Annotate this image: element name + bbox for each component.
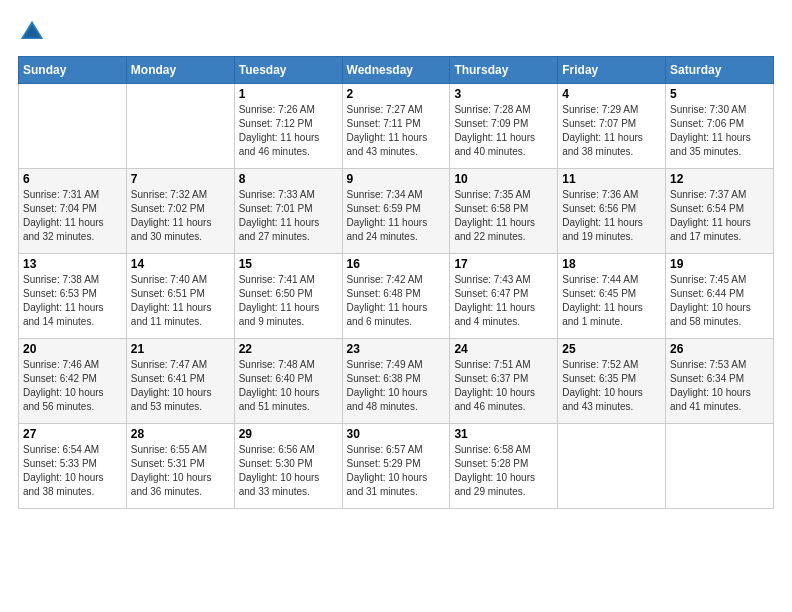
day-number: 2 [347, 87, 446, 101]
day-content: Sunrise: 7:35 AM Sunset: 6:58 PM Dayligh… [454, 188, 553, 244]
header-day-tuesday: Tuesday [234, 57, 342, 84]
day-number: 14 [131, 257, 230, 271]
day-content: Sunrise: 7:46 AM Sunset: 6:42 PM Dayligh… [23, 358, 122, 414]
calendar-cell: 18Sunrise: 7:44 AM Sunset: 6:45 PM Dayli… [558, 254, 666, 339]
calendar-cell: 8Sunrise: 7:33 AM Sunset: 7:01 PM Daylig… [234, 169, 342, 254]
day-number: 20 [23, 342, 122, 356]
calendar-cell: 21Sunrise: 7:47 AM Sunset: 6:41 PM Dayli… [126, 339, 234, 424]
day-content: Sunrise: 7:44 AM Sunset: 6:45 PM Dayligh… [562, 273, 661, 329]
day-number: 24 [454, 342, 553, 356]
day-number: 19 [670, 257, 769, 271]
week-row-5: 27Sunrise: 6:54 AM Sunset: 5:33 PM Dayli… [19, 424, 774, 509]
calendar-cell: 4Sunrise: 7:29 AM Sunset: 7:07 PM Daylig… [558, 84, 666, 169]
day-content: Sunrise: 7:45 AM Sunset: 6:44 PM Dayligh… [670, 273, 769, 329]
day-number: 23 [347, 342, 446, 356]
calendar-cell: 27Sunrise: 6:54 AM Sunset: 5:33 PM Dayli… [19, 424, 127, 509]
header [18, 18, 774, 46]
day-number: 16 [347, 257, 446, 271]
calendar-cell [666, 424, 774, 509]
header-day-friday: Friday [558, 57, 666, 84]
calendar-cell: 22Sunrise: 7:48 AM Sunset: 6:40 PM Dayli… [234, 339, 342, 424]
calendar-table: SundayMondayTuesdayWednesdayThursdayFrid… [18, 56, 774, 509]
calendar-cell: 3Sunrise: 7:28 AM Sunset: 7:09 PM Daylig… [450, 84, 558, 169]
calendar-cell: 26Sunrise: 7:53 AM Sunset: 6:34 PM Dayli… [666, 339, 774, 424]
day-number: 18 [562, 257, 661, 271]
calendar-cell: 14Sunrise: 7:40 AM Sunset: 6:51 PM Dayli… [126, 254, 234, 339]
day-number: 1 [239, 87, 338, 101]
day-content: Sunrise: 7:40 AM Sunset: 6:51 PM Dayligh… [131, 273, 230, 329]
week-row-2: 6Sunrise: 7:31 AM Sunset: 7:04 PM Daylig… [19, 169, 774, 254]
day-number: 3 [454, 87, 553, 101]
day-content: Sunrise: 6:54 AM Sunset: 5:33 PM Dayligh… [23, 443, 122, 499]
day-content: Sunrise: 7:37 AM Sunset: 6:54 PM Dayligh… [670, 188, 769, 244]
day-content: Sunrise: 6:56 AM Sunset: 5:30 PM Dayligh… [239, 443, 338, 499]
calendar-cell: 25Sunrise: 7:52 AM Sunset: 6:35 PM Dayli… [558, 339, 666, 424]
day-number: 29 [239, 427, 338, 441]
day-content: Sunrise: 6:55 AM Sunset: 5:31 PM Dayligh… [131, 443, 230, 499]
calendar-cell: 9Sunrise: 7:34 AM Sunset: 6:59 PM Daylig… [342, 169, 450, 254]
calendar-cell: 30Sunrise: 6:57 AM Sunset: 5:29 PM Dayli… [342, 424, 450, 509]
calendar-cell: 19Sunrise: 7:45 AM Sunset: 6:44 PM Dayli… [666, 254, 774, 339]
day-number: 7 [131, 172, 230, 186]
header-day-thursday: Thursday [450, 57, 558, 84]
day-number: 31 [454, 427, 553, 441]
day-number: 8 [239, 172, 338, 186]
calendar-cell: 17Sunrise: 7:43 AM Sunset: 6:47 PM Dayli… [450, 254, 558, 339]
calendar-cell: 12Sunrise: 7:37 AM Sunset: 6:54 PM Dayli… [666, 169, 774, 254]
header-day-sunday: Sunday [19, 57, 127, 84]
calendar-cell [19, 84, 127, 169]
day-content: Sunrise: 7:48 AM Sunset: 6:40 PM Dayligh… [239, 358, 338, 414]
calendar-header-row: SundayMondayTuesdayWednesdayThursdayFrid… [19, 57, 774, 84]
calendar-cell: 2Sunrise: 7:27 AM Sunset: 7:11 PM Daylig… [342, 84, 450, 169]
calendar-cell: 5Sunrise: 7:30 AM Sunset: 7:06 PM Daylig… [666, 84, 774, 169]
week-row-4: 20Sunrise: 7:46 AM Sunset: 6:42 PM Dayli… [19, 339, 774, 424]
calendar-cell: 31Sunrise: 6:58 AM Sunset: 5:28 PM Dayli… [450, 424, 558, 509]
calendar-cell: 13Sunrise: 7:38 AM Sunset: 6:53 PM Dayli… [19, 254, 127, 339]
logo-icon [18, 18, 46, 46]
header-day-saturday: Saturday [666, 57, 774, 84]
calendar-cell: 7Sunrise: 7:32 AM Sunset: 7:02 PM Daylig… [126, 169, 234, 254]
calendar-cell: 20Sunrise: 7:46 AM Sunset: 6:42 PM Dayli… [19, 339, 127, 424]
day-number: 6 [23, 172, 122, 186]
day-number: 9 [347, 172, 446, 186]
day-content: Sunrise: 7:38 AM Sunset: 6:53 PM Dayligh… [23, 273, 122, 329]
day-content: Sunrise: 7:33 AM Sunset: 7:01 PM Dayligh… [239, 188, 338, 244]
day-content: Sunrise: 7:42 AM Sunset: 6:48 PM Dayligh… [347, 273, 446, 329]
day-content: Sunrise: 7:30 AM Sunset: 7:06 PM Dayligh… [670, 103, 769, 159]
calendar-cell [558, 424, 666, 509]
day-number: 11 [562, 172, 661, 186]
day-number: 28 [131, 427, 230, 441]
calendar-cell: 15Sunrise: 7:41 AM Sunset: 6:50 PM Dayli… [234, 254, 342, 339]
day-content: Sunrise: 7:31 AM Sunset: 7:04 PM Dayligh… [23, 188, 122, 244]
header-day-monday: Monday [126, 57, 234, 84]
day-number: 22 [239, 342, 338, 356]
week-row-1: 1Sunrise: 7:26 AM Sunset: 7:12 PM Daylig… [19, 84, 774, 169]
day-content: Sunrise: 6:57 AM Sunset: 5:29 PM Dayligh… [347, 443, 446, 499]
header-day-wednesday: Wednesday [342, 57, 450, 84]
day-number: 5 [670, 87, 769, 101]
calendar-cell: 1Sunrise: 7:26 AM Sunset: 7:12 PM Daylig… [234, 84, 342, 169]
day-content: Sunrise: 7:52 AM Sunset: 6:35 PM Dayligh… [562, 358, 661, 414]
day-number: 15 [239, 257, 338, 271]
logo [18, 18, 50, 46]
day-content: Sunrise: 7:49 AM Sunset: 6:38 PM Dayligh… [347, 358, 446, 414]
day-number: 13 [23, 257, 122, 271]
calendar-cell: 16Sunrise: 7:42 AM Sunset: 6:48 PM Dayli… [342, 254, 450, 339]
day-number: 17 [454, 257, 553, 271]
day-number: 12 [670, 172, 769, 186]
day-content: Sunrise: 7:28 AM Sunset: 7:09 PM Dayligh… [454, 103, 553, 159]
day-number: 30 [347, 427, 446, 441]
day-number: 25 [562, 342, 661, 356]
calendar-cell: 23Sunrise: 7:49 AM Sunset: 6:38 PM Dayli… [342, 339, 450, 424]
week-row-3: 13Sunrise: 7:38 AM Sunset: 6:53 PM Dayli… [19, 254, 774, 339]
day-number: 21 [131, 342, 230, 356]
calendar-cell: 29Sunrise: 6:56 AM Sunset: 5:30 PM Dayli… [234, 424, 342, 509]
day-content: Sunrise: 7:27 AM Sunset: 7:11 PM Dayligh… [347, 103, 446, 159]
day-content: Sunrise: 7:51 AM Sunset: 6:37 PM Dayligh… [454, 358, 553, 414]
day-number: 4 [562, 87, 661, 101]
day-content: Sunrise: 7:53 AM Sunset: 6:34 PM Dayligh… [670, 358, 769, 414]
day-content: Sunrise: 6:58 AM Sunset: 5:28 PM Dayligh… [454, 443, 553, 499]
calendar-cell: 6Sunrise: 7:31 AM Sunset: 7:04 PM Daylig… [19, 169, 127, 254]
day-content: Sunrise: 7:26 AM Sunset: 7:12 PM Dayligh… [239, 103, 338, 159]
day-content: Sunrise: 7:32 AM Sunset: 7:02 PM Dayligh… [131, 188, 230, 244]
